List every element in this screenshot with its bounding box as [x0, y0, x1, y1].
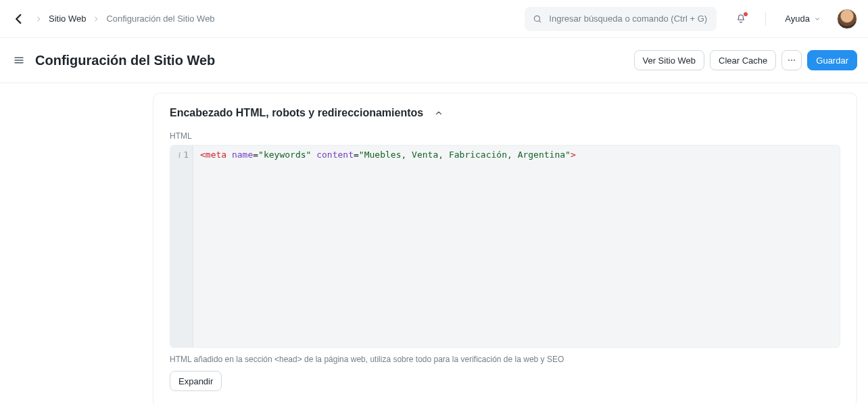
separator [765, 12, 766, 26]
sidebar-toggle[interactable] [11, 52, 27, 68]
ellipsis-icon [787, 55, 796, 65]
save-button[interactable]: Guardar [807, 50, 857, 70]
collapse-section-button[interactable] [433, 107, 445, 119]
notifications-button[interactable] [731, 9, 750, 28]
svg-point-1 [788, 60, 790, 61]
html-help-text: HTML añadido en la sección <head> de la … [170, 355, 840, 364]
global-search[interactable] [525, 7, 717, 31]
page-header: Configuración del Sitio Web Ver Sitio We… [0, 38, 868, 83]
page-title: Configuración del Sitio Web [35, 53, 626, 68]
top-navbar: Sitio Web Configuración del Sitio Web Ay… [0, 0, 868, 38]
tok-attr-name1: name [226, 150, 253, 160]
tok-tag-close: > [571, 150, 576, 160]
tok-eq1: = [253, 150, 258, 160]
code-content[interactable]: <meta name="keywords" content="Muebles, … [193, 145, 840, 347]
notification-dot [744, 12, 748, 16]
user-avatar[interactable] [837, 9, 857, 29]
svg-point-2 [791, 60, 792, 61]
chevron-right-icon [93, 16, 99, 22]
html-code-editor[interactable]: i 1 <meta name="keywords" content="Muebl… [170, 145, 840, 348]
section-header: Encabezado HTML, robots y redireccionami… [170, 107, 840, 119]
more-actions-button[interactable] [781, 50, 802, 70]
expand-button[interactable]: Expandir [170, 371, 222, 391]
tok-attr-name2: content [311, 150, 354, 160]
clear-cache-button[interactable]: Clear Cache [710, 50, 776, 70]
help-label: Ayuda [785, 14, 810, 24]
section-card: Encabezado HTML, robots y redireccionami… [153, 93, 857, 404]
tok-tag-open: <meta [200, 150, 226, 160]
chevron-up-icon [434, 108, 443, 118]
gutter-info-icon: i [178, 148, 180, 162]
breadcrumb-current: Configuración del Sitio Web [106, 14, 214, 24]
tok-eq2: = [354, 150, 359, 160]
view-site-button[interactable]: Ver Sitio Web [634, 50, 705, 70]
menu-icon [13, 54, 25, 66]
header-actions: Ver Sitio Web Clear Cache Guardar [634, 50, 858, 70]
chevron-down-icon [814, 16, 821, 22]
chevron-right-icon [35, 16, 42, 22]
content-area: Encabezado HTML, robots y redireccionami… [0, 83, 868, 404]
search-input[interactable] [549, 14, 708, 24]
breadcrumbs: Sitio Web Configuración del Sitio Web [35, 14, 215, 24]
section-title: Encabezado HTML, robots y redireccionami… [170, 107, 423, 119]
line-number: 1 [183, 148, 189, 162]
code-line-1: <meta name="keywords" content="Muebles, … [200, 148, 833, 162]
svg-point-3 [794, 60, 795, 61]
search-icon [533, 14, 542, 24]
app-logo[interactable] [11, 11, 27, 27]
tok-attr-val2: "Muebles, Venta, Fabricación, Argentina" [359, 150, 571, 160]
code-gutter: i 1 [170, 145, 193, 347]
help-menu[interactable]: Ayuda [781, 11, 825, 26]
html-field-label: HTML [170, 131, 840, 141]
tok-attr-val1: "keywords" [258, 150, 311, 160]
breadcrumb-website[interactable]: Sitio Web [49, 14, 86, 24]
